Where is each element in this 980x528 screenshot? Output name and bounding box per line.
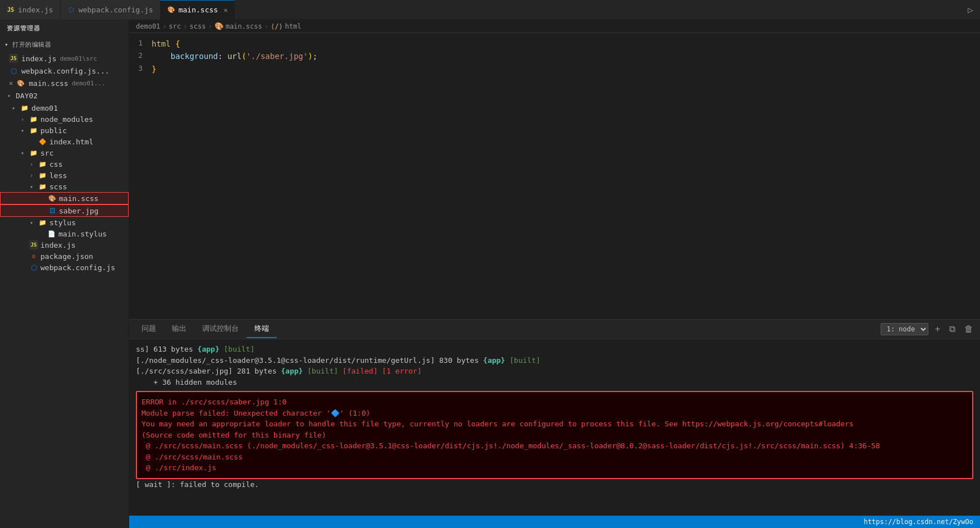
- webpack-file-icon: ⬡: [9, 66, 18, 75]
- tree-item-label: package.json: [40, 252, 93, 261]
- line-number: 1: [129, 38, 152, 49]
- code-text: {: [175, 39, 180, 48]
- open-file-name: index.js: [21, 54, 57, 63]
- terminal-area: 问题 输出 调试控制台 终端 1: node + ⧉ 🗑 ss] 613 byt…: [129, 319, 980, 516]
- tree-item-label: index.js: [40, 241, 76, 249]
- error-line: (Source code omitted for this binary fil…: [142, 430, 968, 441]
- open-file-webpack[interactable]: ⬡ webpack.config.js...: [0, 65, 129, 77]
- chevron-icon: ›: [27, 161, 36, 167]
- tree-item-label: public: [40, 126, 67, 135]
- tree-item-node-modules[interactable]: › 📁 node_modules: [0, 113, 129, 125]
- breadcrumb-part: demo01: [136, 22, 160, 30]
- tree-root-day02[interactable]: ▾ DAY02: [0, 89, 129, 102]
- terminal-line: ss] 613 bytes {app} [built]: [136, 344, 973, 355]
- chevron-icon: ▾: [27, 220, 36, 226]
- error-line: Module parse failed: Unexpected characte…: [142, 408, 968, 419]
- open-file-index-js[interactable]: JS index.js demo01\src: [0, 52, 129, 65]
- folder-icon: 📁: [38, 160, 47, 169]
- open-editors-label[interactable]: ▾ 打开的编辑器: [0, 37, 129, 52]
- folder-icon: 📁: [29, 126, 38, 135]
- webpack-icon: ⬡: [67, 6, 75, 13]
- tree-item-saber-jpg[interactable]: › 🖼 saber.jpg: [0, 204, 129, 217]
- tree-item-label: webpack.config.js: [40, 263, 115, 272]
- terminal-line: [./node_modules/_css-loader@3.5.1@css-lo…: [136, 355, 973, 366]
- tab-label: index.js: [18, 6, 53, 14]
- tree-item-label: scss: [49, 183, 67, 191]
- scss-file-icon: 🎨: [16, 79, 25, 88]
- stylus-file-icon: 📄: [47, 229, 56, 238]
- root-label: DAY02: [16, 92, 38, 100]
- tree-item-public[interactable]: ▾ 📁 public: [0, 125, 129, 136]
- tab-index-js[interactable]: JS index.js: [0, 0, 61, 20]
- breadcrumb-sep: ›: [162, 22, 166, 30]
- folder-icon: 📁: [29, 148, 38, 157]
- run-icon[interactable]: ▷: [968, 4, 980, 15]
- tree-item-label: saber.jpg: [59, 207, 98, 215]
- terminal-controls: 1: node + ⧉ 🗑: [881, 323, 976, 335]
- chevron-icon: ▾: [27, 184, 36, 190]
- tab-output[interactable]: 输出: [164, 320, 194, 338]
- close-icon[interactable]: ✕: [224, 6, 227, 14]
- tab-main-scss[interactable]: 🎨 main.scss ✕: [161, 0, 235, 20]
- breadcrumb-sep: ›: [183, 22, 187, 30]
- chevron-icon: ▾: [4, 93, 13, 99]
- tree-item-label: main.stylus: [58, 230, 107, 238]
- tree-item-index-js[interactable]: › JS index.js: [0, 239, 129, 251]
- tree-item-less[interactable]: › 📁 less: [0, 170, 129, 181]
- chevron-icon: ›: [18, 116, 27, 122]
- code-content: html {: [152, 38, 180, 50]
- explorer-title: 资源管理器: [0, 20, 129, 37]
- tab-debug-console[interactable]: 调试控制台: [194, 320, 247, 338]
- terminal-content[interactable]: ss] 613 bytes {app} [built] [./node_modu…: [129, 339, 980, 516]
- tree-item-stylus[interactable]: ▾ 📁 stylus: [0, 217, 129, 228]
- html-file-icon: 🔶: [38, 137, 47, 146]
- split-terminal-button[interactable]: ⧉: [947, 323, 958, 335]
- js-file-icon: JS: [29, 240, 38, 249]
- breadcrumb-sep: ›: [208, 22, 212, 30]
- tree-item-label: index.html: [49, 138, 93, 146]
- tree-item-label: stylus: [49, 219, 76, 227]
- terminal-line: + 36 hidden modules: [136, 377, 973, 388]
- tree-item-main-scss[interactable]: › 🎨 main.scss: [0, 192, 129, 204]
- folder-icon: 📁: [38, 182, 47, 191]
- pkg-file-icon: ⚙: [29, 252, 38, 261]
- breadcrumb: demo01 › src › scss › 🎨 main.scss › ⟨/⟩ …: [129, 20, 980, 33]
- open-file-path: demo01\src: [60, 55, 97, 62]
- content-area: demo01 › src › scss › 🎨 main.scss › ⟨/⟩ …: [129, 20, 980, 528]
- scss-breadcrumb-icon: 🎨: [215, 22, 224, 30]
- open-file-path: demo01...: [72, 80, 106, 87]
- tree-item-css[interactable]: › 📁 css: [0, 158, 129, 170]
- tab-problems[interactable]: 问题: [134, 320, 164, 338]
- scss-icon: 🎨: [167, 6, 175, 14]
- tree-item-scss[interactable]: ▾ 📁 scss: [0, 181, 129, 192]
- sidebar: 资源管理器 ▾ 打开的编辑器 JS index.js demo01\src ⬡ …: [0, 20, 129, 528]
- code-line-1: 1 html {: [129, 38, 980, 50]
- breadcrumb-part: src: [169, 22, 181, 30]
- tab-webpack-config[interactable]: ⬡ webpack.config.js: [61, 0, 161, 20]
- folder-icon: 📁: [38, 171, 47, 180]
- code-editor[interactable]: 1 html { 2 background: url('./saber.jpg'…: [129, 33, 980, 319]
- tab-terminal[interactable]: 终端: [247, 320, 277, 338]
- line-number: 3: [129, 63, 152, 75]
- terminal-selector[interactable]: 1: node: [881, 323, 928, 335]
- tree-item-demo01[interactable]: ▾ 📁 demo01: [0, 102, 129, 113]
- add-terminal-button[interactable]: +: [933, 323, 942, 335]
- error-line: @ ./src/scss/main.scss (./node_modules/_…: [142, 440, 968, 452]
- open-file-name: webpack.config.js...: [21, 67, 110, 75]
- breadcrumb-part: html: [285, 22, 302, 30]
- error-line: ERROR in ./src/scss/saber.jpg 1:0: [142, 397, 968, 408]
- open-file-name: main.scss: [29, 79, 68, 88]
- code-content: background: url('./saber.jpg');: [152, 50, 317, 62]
- tree-item-package-json[interactable]: › ⚙ package.json: [0, 251, 129, 262]
- tree-item-src[interactable]: ▾ 📁 src: [0, 147, 129, 158]
- close-icon[interactable]: ✕: [9, 79, 13, 87]
- tree-item-main-stylus[interactable]: › 📄 main.stylus: [0, 228, 129, 239]
- delete-terminal-button[interactable]: 🗑: [962, 323, 976, 335]
- tree-item-index-html[interactable]: › 🔶 index.html: [0, 136, 129, 147]
- folder-icon: 📁: [20, 103, 29, 112]
- tree-item-webpack-config[interactable]: › ⬡ webpack.config.js: [0, 262, 129, 273]
- tree-item-label: src: [40, 149, 53, 157]
- chevron-icon: ▾: [18, 150, 27, 156]
- open-file-main-scss[interactable]: ✕ 🎨 main.scss demo01...: [0, 77, 129, 89]
- scss-file-icon: 🎨: [48, 194, 57, 203]
